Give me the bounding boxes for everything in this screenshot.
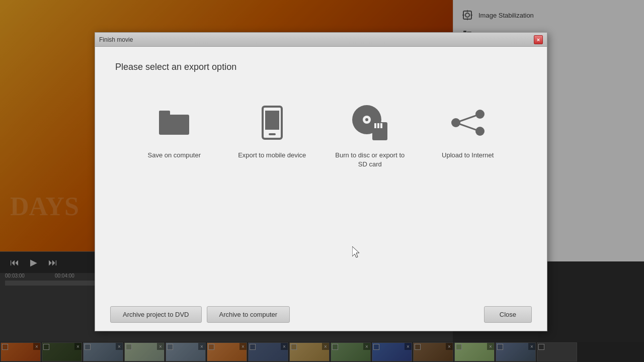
svg-line-10 <box>456 114 480 123</box>
sd-card-icon <box>372 122 387 140</box>
finish-movie-dialog: Finish movie × Please select an export o… <box>95 32 547 331</box>
save-computer-label: Save on computer <box>147 151 201 160</box>
save-on-computer-option[interactable]: Save on computer <box>134 93 214 170</box>
modal-titlebar: Finish movie × <box>95 33 547 47</box>
upload-internet-option[interactable]: Upload to Internet <box>428 93 508 170</box>
burn-disc-option[interactable]: Burn to disc or export to SD card <box>330 93 410 179</box>
phone-screen <box>265 111 279 130</box>
export-options-container: Save on computer Export to mobile device <box>115 93 527 288</box>
folder-icon <box>154 103 194 143</box>
modal-footer: Archive project to DVD Archive to comput… <box>95 298 547 331</box>
archive-dvd-button[interactable]: Archive project to DVD <box>110 306 202 323</box>
modal-heading: Please select an export option <box>115 62 527 72</box>
modal-title: Finish movie <box>99 36 133 43</box>
archive-computer-button[interactable]: Archive to computer <box>207 306 290 323</box>
folder-body <box>159 115 189 135</box>
modal-body: Please select an export option Save on c… <box>95 47 547 298</box>
export-mobile-label: Export to mobile device <box>238 151 306 160</box>
disc-sd-icon <box>350 103 390 143</box>
upload-internet-label: Upload to Internet <box>442 151 494 160</box>
close-dialog-button[interactable]: Close <box>484 306 532 323</box>
share-icon <box>448 103 488 143</box>
disc-inner <box>363 116 371 124</box>
archive-buttons: Archive project to DVD Archive to comput… <box>110 306 290 323</box>
phone-icon <box>252 103 292 143</box>
burn-disc-label: Burn to disc or export to SD card <box>335 151 405 169</box>
modal-close-button[interactable]: × <box>534 35 543 44</box>
svg-line-11 <box>456 123 480 131</box>
export-mobile-option[interactable]: Export to mobile device <box>232 93 312 170</box>
